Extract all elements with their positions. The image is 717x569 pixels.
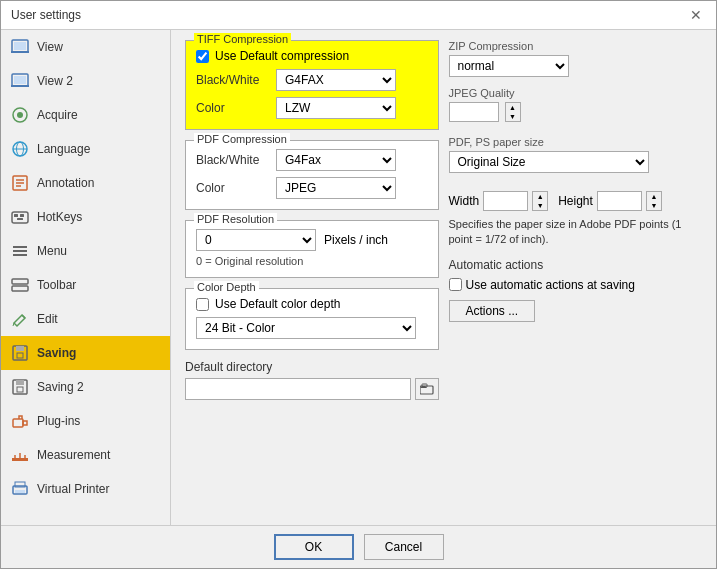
ok-button[interactable]: OK (274, 534, 354, 560)
svg-rect-17 (20, 214, 24, 217)
height-spin-up[interactable]: ▲ (647, 192, 661, 201)
color-depth-section: Color Depth Use Default color depth 24 B… (185, 288, 439, 350)
svg-rect-27 (16, 346, 24, 351)
pdf-ps-paper-section: PDF, PS paper size Original Size A4 Lett… (449, 136, 703, 181)
measurement-icon (9, 444, 31, 466)
color-depth-select[interactable]: 24 Bit - Color 8 Bit - Gray 1 Bit - B/W (196, 317, 416, 339)
tiff-color-select[interactable]: LZW JPEG None (276, 97, 396, 119)
acquire-icon (9, 104, 31, 126)
height-label: Height (558, 194, 593, 208)
jpeg-quality-label: JPEG Quality (449, 87, 703, 99)
cancel-button[interactable]: Cancel (364, 534, 444, 560)
pdf-resolution-select[interactable]: 0 72 96 150 300 (196, 229, 316, 251)
svg-rect-30 (16, 380, 24, 385)
tiff-use-default-checkbox[interactable] (196, 50, 209, 63)
sidebar-label-plugins: Plug-ins (37, 414, 80, 428)
view2-icon (9, 70, 31, 92)
saving2-icon (9, 376, 31, 398)
sidebar-item-menu[interactable]: Menu (1, 234, 170, 268)
zip-compression-select[interactable]: normal fast best (449, 55, 569, 77)
tiff-compression-section: TIFF Compression Use Default compression… (185, 40, 439, 130)
height-input[interactable]: -2 (597, 191, 642, 211)
hotkeys-icon (9, 206, 31, 228)
specifies-text: Specifies the paper size in Adobe PDF po… (449, 217, 703, 248)
svg-rect-28 (17, 353, 23, 358)
sidebar-item-hotkeys[interactable]: HotKeys (1, 200, 170, 234)
width-spin-up[interactable]: ▲ (533, 192, 547, 201)
jpeg-spin-down-button[interactable]: ▼ (506, 112, 520, 121)
auto-actions-checkbox[interactable] (449, 278, 462, 291)
svg-rect-16 (14, 214, 18, 217)
pdf-color-select[interactable]: JPEG LZW None (276, 177, 396, 199)
toolbar-icon (9, 274, 31, 296)
sidebar-label-hotkeys: HotKeys (37, 210, 82, 224)
height-spin-down[interactable]: ▼ (647, 201, 661, 210)
top-two-col: TIFF Compression Use Default compression… (185, 40, 702, 410)
jpeg-quality-row: 80 ▲ ▼ (449, 102, 703, 122)
svg-rect-4 (14, 76, 26, 84)
jpeg-spin-up-button[interactable]: ▲ (506, 103, 520, 112)
sidebar-item-annotation[interactable]: Annotation (1, 166, 170, 200)
width-input[interactable]: -2 (483, 191, 528, 211)
sidebar-item-vprinter[interactable]: Virtual Printer (1, 472, 170, 506)
sidebar-item-acquire[interactable]: Acquire (1, 98, 170, 132)
width-label: Width (449, 194, 480, 208)
sidebar-item-measurement[interactable]: Measurement (1, 438, 170, 472)
svg-rect-15 (12, 212, 28, 223)
sidebar-label-toolbar: Toolbar (37, 278, 76, 292)
svg-rect-1 (14, 42, 26, 50)
jpeg-quality-spinner: ▲ ▼ (505, 102, 521, 122)
tiff-bw-select[interactable]: G4FAX CCITT LZW None (276, 69, 396, 91)
sidebar-item-view2[interactable]: View 2 (1, 64, 170, 98)
pdf-resolution-row: 0 72 96 150 300 Pixels / inch (196, 229, 428, 251)
default-dir-label: Default directory (185, 360, 439, 374)
close-button[interactable]: ✕ (686, 7, 706, 23)
main-content: TIFF Compression Use Default compression… (171, 30, 716, 525)
sidebar-item-language[interactable]: Language (1, 132, 170, 166)
view-icon (9, 36, 31, 58)
auto-actions-checkbox-label: Use automatic actions at saving (466, 278, 635, 292)
language-icon (9, 138, 31, 160)
pdf-bw-select[interactable]: G4Fax CCITT LZW None (276, 149, 396, 171)
sidebar-item-saving[interactable]: Saving (1, 336, 170, 370)
sidebar-item-plugins[interactable]: Plug-ins (1, 404, 170, 438)
pdf-color-label: Color (196, 181, 276, 195)
pdf-resolution-hint: 0 = Original resolution (196, 255, 428, 267)
sidebar-label-annotation: Annotation (37, 176, 94, 190)
pdf-color-row: Color JPEG LZW None (196, 177, 428, 199)
sidebar-label-saving2: Saving 2 (37, 380, 84, 394)
svg-point-7 (17, 112, 23, 118)
sidebar-label-acquire: Acquire (37, 108, 78, 122)
jpeg-quality-area: JPEG Quality 80 ▲ ▼ (449, 87, 703, 122)
sidebar-item-toolbar[interactable]: Toolbar (1, 268, 170, 302)
zip-compression-label: ZIP Compression (449, 40, 703, 52)
pdf-ps-paper-select[interactable]: Original Size A4 Letter Legal (449, 151, 649, 173)
sidebar-item-view[interactable]: View (1, 30, 170, 64)
sidebar-item-edit[interactable]: Edit (1, 302, 170, 336)
sidebar-label-saving: Saving (37, 346, 76, 360)
height-spinner: ▲ ▼ (646, 191, 662, 211)
height-group: Height -2 ▲ ▼ (558, 191, 662, 211)
svg-line-24 (22, 315, 25, 318)
pdf-resolution-section: PDF Resolution 0 72 96 150 300 Pixels / … (185, 220, 439, 278)
sidebar-label-view2: View 2 (37, 74, 73, 88)
pdf-bw-row: Black/White G4Fax CCITT LZW None (196, 149, 428, 171)
actions-button[interactable]: Actions ... (449, 300, 536, 322)
sidebar: View View 2 Acquire Langua (1, 30, 171, 525)
pdf-resolution-unit: Pixels / inch (324, 233, 388, 247)
jpeg-quality-input[interactable]: 80 (449, 102, 499, 122)
annotation-icon (9, 172, 31, 194)
auto-actions-label: Automatic actions (449, 258, 703, 272)
color-depth-default-checkbox[interactable] (196, 298, 209, 311)
svg-rect-2 (11, 51, 29, 53)
default-dir-browse-button[interactable] (415, 378, 439, 400)
width-spin-down[interactable]: ▼ (533, 201, 547, 210)
dialog-body: View View 2 Acquire Langua (1, 30, 716, 525)
pdf-ps-paper-label: PDF, PS paper size (449, 136, 703, 148)
default-dir-input[interactable]: C:\TEMP (185, 378, 411, 400)
zip-compression-area: ZIP Compression normal fast best (449, 40, 703, 77)
default-dir-input-row: C:\TEMP (185, 378, 439, 400)
auto-actions-section: Automatic actions Use automatic actions … (449, 258, 703, 322)
tiff-color-row: Color LZW JPEG None (196, 97, 428, 119)
sidebar-item-saving2[interactable]: Saving 2 (1, 370, 170, 404)
